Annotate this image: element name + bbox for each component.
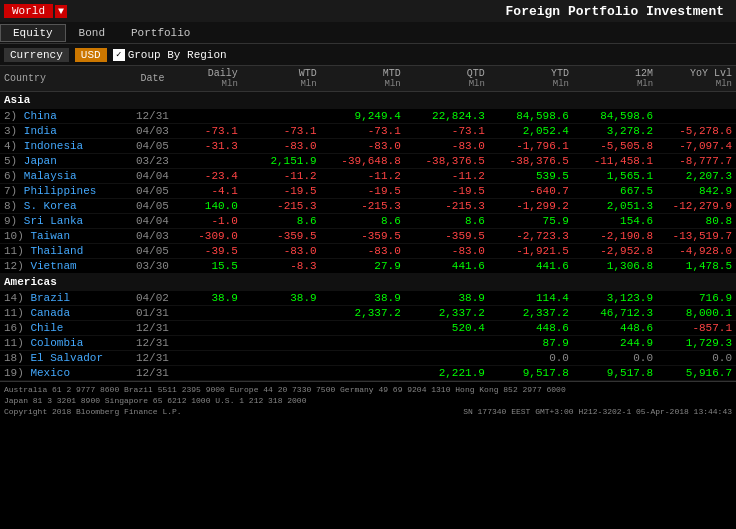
cell-value: -5,505.8	[573, 139, 657, 154]
cell-value: -38,376.5	[405, 154, 489, 169]
cell-value	[179, 306, 242, 321]
table-row[interactable]: 6) Malaysia 04/04 -23.4 -11.2 -11.2 -11.…	[0, 169, 736, 184]
cell-value	[321, 321, 405, 336]
cell-value: -11.2	[405, 169, 489, 184]
table-row[interactable]: 10) Taiwan 04/03 -309.0 -359.5 -359.5 -3…	[0, 229, 736, 244]
cell-value: 716.9	[657, 291, 736, 306]
cell-value	[179, 366, 242, 381]
cell-value: 3,278.2	[573, 124, 657, 139]
table-row[interactable]: 12) Vietnam 03/30 15.5 -8.3 27.9 441.6 4…	[0, 259, 736, 274]
currency-value[interactable]: USD	[75, 48, 107, 62]
table-row[interactable]: 7) Philippines 04/05 -4.1 -19.5 -19.5 -1…	[0, 184, 736, 199]
cell-value: -19.5	[405, 184, 489, 199]
cell-value: -83.0	[405, 139, 489, 154]
cell-value: -2,723.3	[489, 229, 573, 244]
cell-country: 8) S. Korea	[0, 199, 126, 214]
cell-date: 03/23	[126, 154, 179, 169]
cell-value: -19.5	[242, 184, 321, 199]
cell-value: 114.4	[489, 291, 573, 306]
cell-value: 46,712.3	[573, 306, 657, 321]
cell-value: 3,123.9	[573, 291, 657, 306]
cell-value: 15.5	[179, 259, 242, 274]
cell-value	[242, 336, 321, 351]
cell-value	[179, 109, 242, 124]
region-row: Americas	[0, 274, 736, 291]
table-row[interactable]: 19) Mexico 12/31 2,221.9 9,517.8 9,517.8…	[0, 366, 736, 381]
cell-value: 0.0	[657, 351, 736, 366]
tab-bar: Equity Bond Portfolio	[0, 22, 736, 44]
cell-value	[179, 154, 242, 169]
cell-value: -8,777.7	[657, 154, 736, 169]
cell-value	[242, 321, 321, 336]
table-row[interactable]: 11) Canada 01/31 2,337.2 2,337.2 2,337.2…	[0, 306, 736, 321]
cell-value: 84,598.6	[573, 109, 657, 124]
cell-value	[657, 109, 736, 124]
cell-value: 2,221.9	[405, 366, 489, 381]
cell-value: 22,824.3	[405, 109, 489, 124]
table-row[interactable]: 3) India 04/03 -73.1 -73.1 -73.1 -73.1 2…	[0, 124, 736, 139]
country-name: Chile	[30, 322, 63, 334]
cell-value: -12,279.9	[657, 199, 736, 214]
cell-date: 04/05	[126, 199, 179, 214]
country-name: Vietnam	[30, 260, 76, 272]
group-by-label: Group By Region	[128, 49, 227, 61]
col-yoy: YoY Lvl Mln	[657, 66, 736, 92]
cell-date: 04/04	[126, 169, 179, 184]
country-name: S. Korea	[24, 200, 77, 212]
col-country: Country	[0, 66, 126, 92]
cell-value: 441.6	[489, 259, 573, 274]
region-row: Asia	[0, 92, 736, 109]
footer-line4: SN 177340 EEST GMT+3:00 H212-3202-1 05-A…	[463, 406, 732, 417]
table-row[interactable]: 4) Indonesia 04/05 -31.3 -83.0 -83.0 -83…	[0, 139, 736, 154]
table-row[interactable]: 11) Thailand 04/05 -39.5 -83.0 -83.0 -83…	[0, 244, 736, 259]
country-name: Taiwan	[30, 230, 70, 242]
table-row[interactable]: 14) Brazil 04/02 38.9 38.9 38.9 38.9 114…	[0, 291, 736, 306]
table-row[interactable]: 11) Colombia 12/31 87.9 244.9 1,729.3	[0, 336, 736, 351]
cell-value	[321, 336, 405, 351]
cell-value: -11,458.1	[573, 154, 657, 169]
cell-date: 12/31	[126, 321, 179, 336]
cell-value: 520.4	[405, 321, 489, 336]
table-row[interactable]: 16) Chile 12/31 520.4 448.6 448.6 -857.1	[0, 321, 736, 336]
cell-value	[321, 351, 405, 366]
tab-bond[interactable]: Bond	[66, 24, 118, 42]
cell-value	[242, 306, 321, 321]
cell-value: -359.5	[321, 229, 405, 244]
cell-country: 10) Taiwan	[0, 229, 126, 244]
cell-value: 539.5	[489, 169, 573, 184]
cell-value: -38,376.5	[489, 154, 573, 169]
table-row[interactable]: 5) Japan 03/23 2,151.9 -39,648.8 -38,376…	[0, 154, 736, 169]
cell-value	[179, 321, 242, 336]
table-row[interactable]: 2) China 12/31 9,249.4 22,824.3 84,598.6…	[0, 109, 736, 124]
country-name: China	[24, 110, 57, 122]
country-name: Mexico	[30, 367, 70, 379]
cell-date: 03/30	[126, 259, 179, 274]
cell-value: 84,598.6	[489, 109, 573, 124]
cell-country: 11) Canada	[0, 306, 126, 321]
table-row[interactable]: 9) Sri Lanka 04/04 -1.0 8.6 8.6 8.6 75.9…	[0, 214, 736, 229]
tab-equity[interactable]: Equity	[0, 24, 66, 42]
cell-value: -1,921.5	[489, 244, 573, 259]
cell-value: 2,207.3	[657, 169, 736, 184]
cell-country: 11) Colombia	[0, 336, 126, 351]
group-by-region-checkbox[interactable]: ✓ Group By Region	[113, 49, 227, 61]
cell-date: 04/04	[126, 214, 179, 229]
table-row[interactable]: 8) S. Korea 04/05 140.0 -215.3 -215.3 -2…	[0, 199, 736, 214]
country-name: Sri Lanka	[24, 215, 83, 227]
table-row[interactable]: 18) El Salvador 12/31 0.0 0.0 0.0	[0, 351, 736, 366]
cell-value: -19.5	[321, 184, 405, 199]
world-dropdown-icon[interactable]: ▼	[55, 5, 67, 18]
col-date: Date	[126, 66, 179, 92]
country-name: Malaysia	[24, 170, 77, 182]
cell-value: 2,337.2	[405, 306, 489, 321]
cell-value: 441.6	[405, 259, 489, 274]
cell-value: -640.7	[489, 184, 573, 199]
cell-value: -73.1	[179, 124, 242, 139]
country-name: Brazil	[30, 292, 70, 304]
cell-value: -73.1	[405, 124, 489, 139]
tab-portfolio[interactable]: Portfolio	[118, 24, 203, 42]
world-label[interactable]: World	[4, 4, 53, 18]
col-mtd: MTD Mln	[321, 66, 405, 92]
cell-value: -83.0	[242, 244, 321, 259]
cell-value: 667.5	[573, 184, 657, 199]
